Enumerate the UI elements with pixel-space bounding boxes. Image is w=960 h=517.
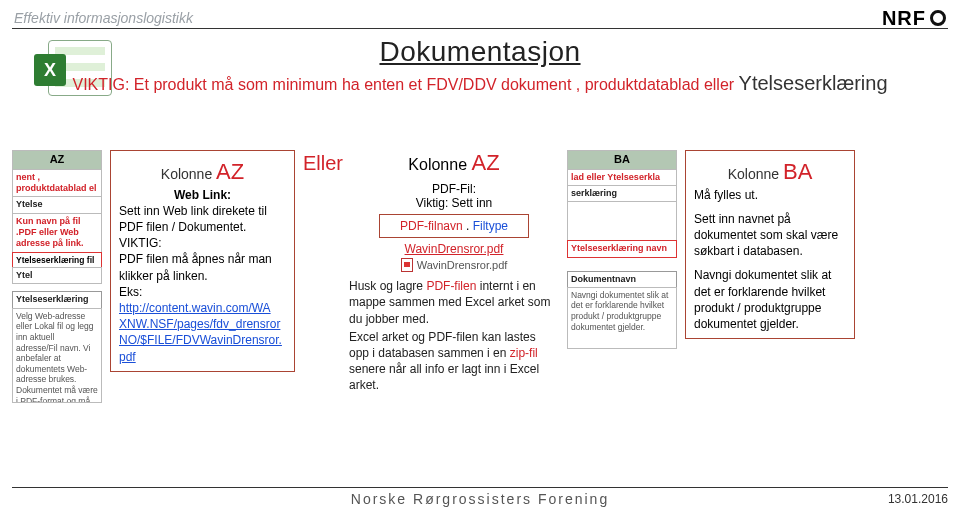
kolonne-az-pdf-column: Kolonne AZ PDF-Fil: Viktig: Sett inn PDF… <box>349 150 559 394</box>
excel-snippet-ba: BA lad eller Ytelseserkla serklæring Yte… <box>567 150 677 348</box>
cell: lad eller Ytelseserkla <box>567 169 677 186</box>
page-title: Dokumentasjon <box>0 36 960 68</box>
example-link[interactable]: XNW.NSF/pages/fdv_drensror <box>119 317 280 331</box>
excel-snippet-az: AZ nent , produktdatablad el Ytelse Kun … <box>12 150 102 402</box>
tooltip-title: Ytelseserklæring <box>12 291 102 308</box>
subtitle-red: VIKTIG: Et produkt må som minimum ha ent… <box>72 76 738 93</box>
logo-text: NRF <box>882 7 926 30</box>
example-link[interactable]: http://content.wavin.com/WA <box>119 301 271 315</box>
cell: nent , produktdatablad el <box>12 169 102 198</box>
text: Navngi dokumentet slik at det er forklar… <box>694 267 846 332</box>
filtype-label: Filtype <box>473 219 508 233</box>
top-rule <box>12 28 948 29</box>
example-link[interactable]: NO/$FILE/FDVWavinDrensror. <box>119 333 282 347</box>
pdf-icon <box>401 258 413 272</box>
subtitle-ye: Ytelseserklæring <box>739 72 888 94</box>
text: Må fylles ut. <box>694 187 846 203</box>
logo-ring-icon <box>930 10 946 26</box>
cell: Ytelse <box>12 196 102 213</box>
file-row: WavinDrensror.pdf <box>349 258 559 272</box>
box-title: Kolonne AZ <box>119 157 286 187</box>
text: VIKTIG: <box>119 235 286 251</box>
tooltip-title: Dokumentnavn <box>567 271 677 288</box>
box-title-2: Kolonne AZ <box>349 150 559 176</box>
footer-org: Norske Rørgrossisters Forening <box>12 491 948 507</box>
text: Viktig: Sett inn <box>349 196 559 210</box>
wavin-filename: WavinDrensror.pdf <box>349 242 559 256</box>
text: Sett inn navnet på dokumentet som skal v… <box>694 211 846 260</box>
eller-label: Eller <box>303 150 341 175</box>
sub: Web Link: <box>119 187 286 203</box>
text: Eks: <box>119 284 286 300</box>
sub: PDF-Fil: <box>349 182 559 196</box>
text: PDF filen må åpnes når man klikker på li… <box>119 251 286 283</box>
cell: Kun navn på fil .PDF eller Web adresse p… <box>12 213 102 253</box>
kolonne-ba-box: Kolonne BA Må fylles ut. Sett inn navnet… <box>685 150 855 339</box>
cell: Ytel <box>12 267 102 284</box>
tooltip-text: Navngi dokumentet slik at det er forklar… <box>567 287 677 349</box>
cell <box>567 201 677 241</box>
box-title-ba: Kolonne BA <box>694 157 846 187</box>
cell: serklæring <box>567 185 677 202</box>
cell-highlighted: Ytelseserklæring navn <box>567 240 677 257</box>
desc-1: Husk og lagre PDF-filen internt i en map… <box>349 278 559 327</box>
file-name: WavinDrensror.pdf <box>417 259 508 271</box>
col-header-ba: BA <box>567 150 677 170</box>
text: Sett inn Web link direkete til PDF filen… <box>119 203 286 235</box>
pdf-filnavn-label: PDF-filnavn <box>400 219 463 233</box>
cell-highlighted: Ytelseserklæring fil <box>12 252 102 269</box>
page-subtitle: VIKTIG: Et produkt må som minimum ha ent… <box>0 72 960 95</box>
desc-2: Excel arket og PDF-filen kan lastes opp … <box>349 329 559 394</box>
example-link[interactable]: pdf <box>119 350 136 364</box>
tagline: Effektiv informasjonslogistikk <box>14 10 193 26</box>
col-header-az: AZ <box>12 150 102 170</box>
nrf-logo: NRF <box>882 7 946 30</box>
kolonne-az-box: Kolonne AZ Web Link: Sett inn Web link d… <box>110 150 295 372</box>
tooltip-text: Velg Web-adresse eller Lokal fil og legg… <box>12 308 102 403</box>
